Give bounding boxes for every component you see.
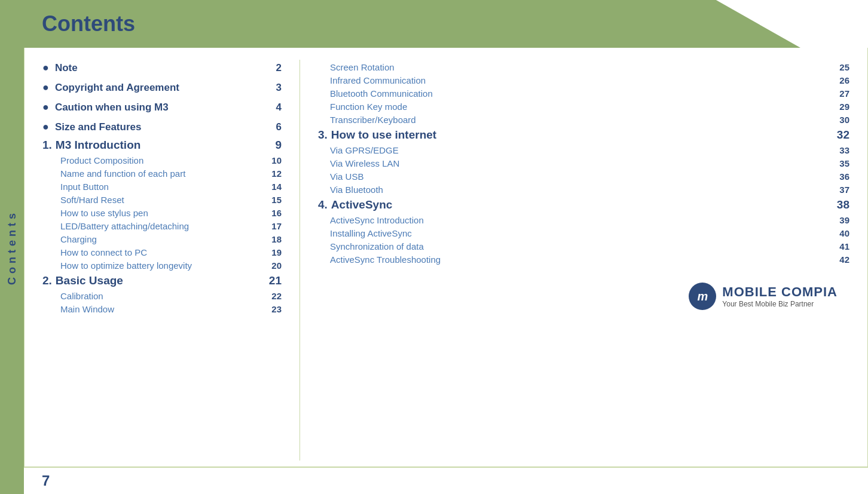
page-footer: 7 <box>24 467 868 494</box>
logo-icon: m <box>689 283 716 310</box>
section-page: 32 <box>820 128 849 142</box>
sub-page: 18 <box>258 234 282 244</box>
toc-sub-item: How to use stylus pen 16 <box>42 208 282 218</box>
section-num: 4. <box>318 198 328 211</box>
sub-label: Calibration <box>60 291 258 301</box>
toc-item-label: Note <box>55 60 258 76</box>
toc-right-sub-item: Transcriber/Keyboard 30 <box>318 115 849 125</box>
sub-label: Via Bluetooth <box>330 185 820 195</box>
sub-page: 27 <box>820 88 849 99</box>
section-num: 3. <box>318 128 328 142</box>
company-logo: m MOBILE COMPIA Your Best Mobile Biz Par… <box>689 283 838 310</box>
toc-right-sub-item: Synchronization of data 41 <box>318 241 849 251</box>
sub-label: Via GPRS/EDGE <box>330 145 820 155</box>
sub-label: Main Window <box>60 304 258 314</box>
sub-page: 22 <box>258 291 282 301</box>
section-label: M3 Introduction <box>56 139 258 152</box>
toc-item-note: ● Note 2 <box>42 60 282 76</box>
sub-label: Via Wireless LAN <box>330 158 820 168</box>
sub-page: 26 <box>820 75 849 85</box>
section-label: How to use internet <box>331 128 820 142</box>
sub-label: Input Button <box>60 182 258 192</box>
logo-brand-name: MOBILE COMPIA <box>722 284 838 300</box>
toc-sub-item: Soft/Hard Reset 15 <box>42 195 282 205</box>
sub-page: 16 <box>258 208 282 218</box>
toc-item-label: Copyright and Agreement <box>55 80 258 96</box>
toc-item-page: 3 <box>258 80 282 96</box>
section-page: 9 <box>258 139 282 152</box>
sub-label: Screen Rotation <box>330 62 820 72</box>
toc-sub-item: LED/Battery attaching/detaching 17 <box>42 221 282 231</box>
toc-section-3: 3. How to use internet 32 <box>318 128 849 142</box>
toc-right-sub-item: Via Bluetooth 37 <box>318 185 849 195</box>
sub-label: Synchronization of data <box>330 241 820 251</box>
section-num: 2. <box>42 274 52 287</box>
toc-right-column: Screen Rotation 25 Infrared Communicatio… <box>306 60 849 461</box>
sub-page: 30 <box>820 115 849 125</box>
sub-page: 41 <box>820 241 849 251</box>
toc-item-size: ● Size and Features 6 <box>42 119 282 135</box>
sub-label: Bluetooth Communication <box>330 88 820 99</box>
sub-label: Soft/Hard Reset <box>60 195 258 205</box>
toc-item-page: 4 <box>258 100 282 115</box>
logo-text: MOBILE COMPIA Your Best Mobile Biz Partn… <box>722 284 838 308</box>
sub-page: 17 <box>258 221 282 231</box>
sub-page: 42 <box>820 254 849 265</box>
toc-right-sub-item: Screen Rotation 25 <box>318 62 849 72</box>
sub-label: How to use stylus pen <box>60 208 258 218</box>
toc-sub-item: How to connect to PC 19 <box>42 247 282 257</box>
footer-page-number: 7 <box>42 472 50 489</box>
sub-label: Infrared Communication <box>330 75 820 85</box>
toc-item-label: Size and Features <box>55 119 258 135</box>
sub-page: 15 <box>258 195 282 205</box>
content-body: ● Note 2 ● Copyright and Agreement 3 ● C… <box>24 48 868 467</box>
sub-label: ActiveSync Introduction <box>330 215 820 225</box>
toc-sub-item: Input Button 14 <box>42 182 282 192</box>
page-title: Contents <box>42 11 135 36</box>
toc-item-page: 6 <box>258 119 282 135</box>
sub-page: 12 <box>258 168 282 179</box>
toc-right-sub-item: ActiveSync Troubleshooting 42 <box>318 254 849 265</box>
toc-sub-item: How to optimize battery longevity 20 <box>42 260 282 271</box>
sub-page: 39 <box>820 215 849 225</box>
section-num: 1. <box>42 139 52 152</box>
column-divider <box>299 60 300 461</box>
toc-sub-item: Charging 18 <box>42 234 282 244</box>
toc-section-2: 2. Basic Usage 21 <box>42 274 282 287</box>
bullet-icon: ● <box>42 79 49 96</box>
sub-label: Transcriber/Keyboard <box>330 115 820 125</box>
bullet-icon: ● <box>42 99 49 115</box>
sub-page: 40 <box>820 228 849 238</box>
sub-page: 19 <box>258 247 282 257</box>
section-label: ActiveSync <box>331 198 820 211</box>
logo-tagline: Your Best Mobile Biz Partner <box>722 300 838 308</box>
sub-label: How to connect to PC <box>60 247 258 257</box>
sub-label: Installing ActiveSync <box>330 228 820 238</box>
sub-label: Via USB <box>330 171 820 182</box>
page-header: Contents <box>24 0 868 48</box>
sub-label: Function Key mode <box>330 102 820 112</box>
toc-section-4: 4. ActiveSync 38 <box>318 198 849 211</box>
sub-label: ActiveSync Troubleshooting <box>330 254 820 265</box>
toc-right-sub-item: Via USB 36 <box>318 171 849 182</box>
sidebar-label: Contents <box>6 210 19 285</box>
toc-sub-item: Calibration 22 <box>42 291 282 301</box>
sub-label: Charging <box>60 234 258 244</box>
toc-section-1: 1. M3 Introduction 9 <box>42 139 282 152</box>
section-label: Basic Usage <box>56 274 258 287</box>
toc-sub-item: Name and function of each part 12 <box>42 168 282 179</box>
sub-label: LED/Battery attaching/detaching <box>60 221 258 231</box>
bullet-icon: ● <box>42 60 49 76</box>
toc-item-copyright: ● Copyright and Agreement 3 <box>42 79 282 96</box>
sub-page: 14 <box>258 182 282 192</box>
sub-page: 37 <box>820 185 849 195</box>
toc-sub-item: Main Window 23 <box>42 304 282 314</box>
toc-right-sub-item: Installing ActiveSync 40 <box>318 228 849 238</box>
toc-item-label: Caution when using M3 <box>55 100 258 115</box>
toc-right-sub-item: Function Key mode 29 <box>318 102 849 112</box>
toc-right-sub-item: Bluetooth Communication 27 <box>318 88 849 99</box>
sub-page: 23 <box>258 304 282 314</box>
toc-right-sub-item: Via GPRS/EDGE 33 <box>318 145 849 155</box>
section-page: 21 <box>258 274 282 287</box>
toc-right-sub-item: Via Wireless LAN 35 <box>318 158 849 168</box>
